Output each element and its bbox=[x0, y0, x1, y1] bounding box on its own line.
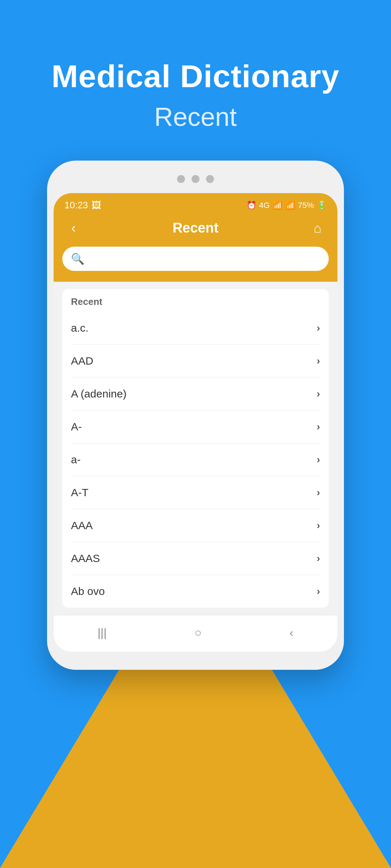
phone-frame: 10:23 🖼 ⏰ 4G 📶 📶 75% 🔋 ‹ Recent ⌂ bbox=[47, 161, 344, 670]
list-item[interactable]: AAA › bbox=[71, 509, 320, 542]
list-item-term: Ab ovo bbox=[71, 585, 105, 597]
phone-screen: 10:23 🖼 ⏰ 4G 📶 📶 75% 🔋 ‹ Recent ⌂ bbox=[54, 193, 337, 652]
nav-back-button[interactable]: ‹ bbox=[275, 622, 308, 643]
section-header: Recent bbox=[71, 289, 320, 312]
nav-menu-button[interactable]: ||| bbox=[83, 622, 121, 643]
search-icon: 🔍 bbox=[71, 252, 84, 265]
chevron-right-icon: › bbox=[317, 421, 320, 433]
list-item[interactable]: a.c. › bbox=[71, 312, 320, 345]
list-item[interactable]: a- › bbox=[71, 443, 320, 476]
search-input[interactable] bbox=[89, 253, 320, 265]
chevron-right-icon: › bbox=[317, 322, 320, 334]
list-item[interactable]: AAAS › bbox=[71, 542, 320, 575]
phone-wrapper: 10:23 🖼 ⏰ 4G 📶 📶 75% 🔋 ‹ Recent ⌂ bbox=[0, 161, 391, 670]
page-subtitle: Recent bbox=[0, 102, 391, 132]
signal-icon-2: 📶 bbox=[285, 201, 295, 210]
list-item[interactable]: A-T › bbox=[71, 476, 320, 509]
list-item[interactable]: A- › bbox=[71, 410, 320, 443]
content-area: Recent a.c. › AAD › A (adenine) › A- › a… bbox=[54, 282, 337, 615]
list-item[interactable]: AAD › bbox=[71, 345, 320, 378]
chevron-right-icon: › bbox=[317, 586, 320, 597]
chevron-right-icon: › bbox=[317, 454, 320, 465]
status-left: 10:23 🖼 bbox=[64, 200, 101, 211]
chevron-right-icon: › bbox=[317, 487, 320, 498]
app-bar: ‹ Recent ⌂ bbox=[54, 215, 337, 243]
chevron-right-icon: › bbox=[317, 520, 320, 531]
signal-icon-1: 📶 bbox=[273, 201, 282, 210]
search-bar[interactable]: 🔍 bbox=[62, 247, 329, 271]
page-header: Medical Dictionary Recent bbox=[0, 0, 391, 132]
chevron-right-icon: › bbox=[317, 388, 320, 400]
list-item-term: A-T bbox=[71, 486, 88, 499]
alarm-icon: ⏰ bbox=[247, 201, 256, 210]
status-image-icon: 🖼 bbox=[92, 200, 101, 211]
battery-icon: 🔋 bbox=[317, 201, 327, 210]
list-item-term: AAAS bbox=[71, 552, 100, 565]
nav-home-button[interactable]: ○ bbox=[180, 622, 216, 643]
battery-text: 75% bbox=[298, 201, 314, 210]
app-bar-title: Recent bbox=[83, 220, 308, 236]
network-icon: 4G bbox=[259, 201, 270, 210]
list-item-term: AAA bbox=[71, 519, 93, 532]
chevron-right-icon: › bbox=[317, 355, 320, 367]
list-item-term: AAD bbox=[71, 355, 93, 367]
list-item-term: A (adenine) bbox=[71, 388, 126, 400]
list-items-container: a.c. › AAD › A (adenine) › A- › a- › A-T… bbox=[71, 312, 320, 608]
search-container: 🔍 bbox=[54, 243, 337, 282]
phone-notch bbox=[54, 171, 337, 187]
bottom-nav: ||| ○ ‹ bbox=[54, 615, 337, 652]
status-time: 10:23 bbox=[64, 200, 88, 211]
page-title: Medical Dictionary bbox=[0, 58, 391, 95]
notch-dot-2 bbox=[192, 175, 199, 183]
list-card: Recent a.c. › AAD › A (adenine) › A- › a… bbox=[62, 289, 329, 608]
list-item[interactable]: A (adenine) › bbox=[71, 378, 320, 410]
notch-dot-1 bbox=[177, 175, 185, 183]
chevron-right-icon: › bbox=[317, 553, 320, 564]
list-item-term: a.c. bbox=[71, 322, 88, 334]
status-bar: 10:23 🖼 ⏰ 4G 📶 📶 75% 🔋 bbox=[54, 193, 337, 215]
notch-dot-3 bbox=[206, 175, 214, 183]
back-button[interactable]: ‹ bbox=[64, 221, 83, 236]
list-item-term: A- bbox=[71, 421, 82, 433]
list-item[interactable]: Ab ovo › bbox=[71, 575, 320, 608]
home-button[interactable]: ⌂ bbox=[308, 221, 327, 236]
status-right: ⏰ 4G 📶 📶 75% 🔋 bbox=[247, 201, 327, 210]
list-item-term: a- bbox=[71, 454, 81, 466]
